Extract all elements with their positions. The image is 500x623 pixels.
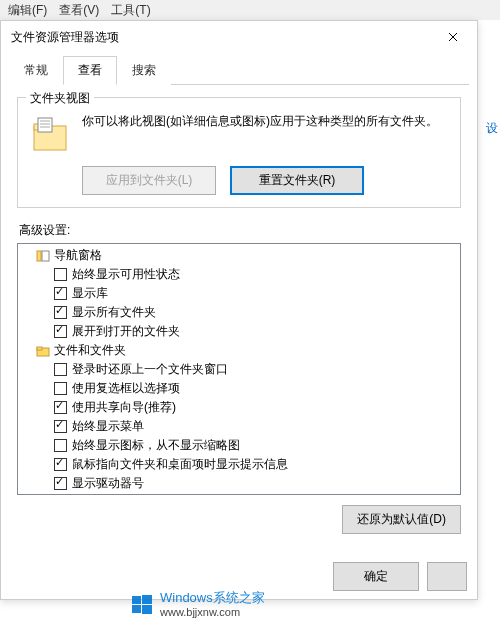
folder-options-dialog: 文件资源管理器选项 常规 查看 搜索 文件夹视图 你可以将此视图(如详细信息或图… (0, 20, 478, 600)
tree-checkbox[interactable] (54, 382, 67, 395)
watermark-url: www.bjjxnw.com (160, 606, 265, 619)
tree-checkbox[interactable] (54, 401, 67, 414)
advanced-settings-tree[interactable]: 导航窗格 始终显示可用性状态显示库显示所有文件夹展开到打开的文件夹 文件和文件夹… (17, 243, 461, 495)
tree-checkbox-item[interactable]: 始终显示图标，从不显示缩略图 (18, 436, 460, 455)
tree-checkbox-item[interactable]: 显示同步提供程序通知 (18, 493, 460, 495)
tree-checkbox[interactable] (54, 420, 67, 433)
advanced-settings-label: 高级设置: (19, 222, 461, 239)
menu-tools[interactable]: 工具(T) (111, 2, 150, 18)
tree-item-label: 鼠标指向文件夹和桌面项时显示提示信息 (72, 456, 288, 473)
tree-item-label: 展开到打开的文件夹 (72, 323, 180, 340)
svg-rect-2 (38, 118, 52, 132)
tree-checkbox[interactable] (54, 287, 67, 300)
tree-item-label: 显示驱动器号 (72, 475, 144, 492)
folder-small-icon (36, 344, 50, 358)
tree-group-navpane: 导航窗格 (18, 246, 460, 265)
svg-rect-6 (37, 251, 41, 261)
dialog-title: 文件资源管理器选项 (11, 29, 119, 46)
titlebar: 文件资源管理器选项 (1, 21, 477, 53)
tree-checkbox-item[interactable]: 使用共享向导(推荐) (18, 398, 460, 417)
menubar: 编辑(F) 查看(V) 工具(T) (0, 0, 500, 20)
tree-checkbox-item[interactable]: 鼠标指向文件夹和桌面项时显示提示信息 (18, 455, 460, 474)
svg-rect-7 (42, 251, 49, 261)
svg-rect-12 (132, 605, 141, 613)
tree-checkbox-item[interactable]: 展开到打开的文件夹 (18, 322, 460, 341)
tree-checkbox[interactable] (54, 268, 67, 281)
menu-edit[interactable]: 编辑(F) (8, 2, 47, 18)
tree-checkbox[interactable] (54, 458, 67, 471)
apply-to-folders-button[interactable]: 应用到文件夹(L) (82, 166, 216, 195)
windows-logo-icon (130, 593, 154, 617)
close-button[interactable] (433, 23, 473, 51)
svg-rect-11 (142, 595, 152, 604)
tree-checkbox-item[interactable]: 始终显示可用性状态 (18, 265, 460, 284)
tree-item-label: 显示库 (72, 285, 108, 302)
navpane-icon (36, 249, 50, 263)
tree-checkbox-item[interactable]: 显示库 (18, 284, 460, 303)
tree-group-files: 文件和文件夹 (18, 341, 460, 360)
tree-item-label: 显示同步提供程序通知 (72, 494, 192, 495)
tree-item-label: 使用共享向导(推荐) (72, 399, 176, 416)
tab-general[interactable]: 常规 (9, 56, 63, 85)
tree-checkbox-item[interactable]: 始终显示菜单 (18, 417, 460, 436)
tree-item-label: 使用复选框以选择项 (72, 380, 180, 397)
dialog-buttons: 确定 (333, 562, 467, 591)
side-hint-text: 设 (486, 120, 498, 137)
tree-checkbox-item[interactable]: 登录时还原上一个文件夹窗口 (18, 360, 460, 379)
tree-item-label: 始终显示图标，从不显示缩略图 (72, 437, 240, 454)
tree-checkbox[interactable] (54, 439, 67, 452)
reset-folders-button[interactable]: 重置文件夹(R) (230, 166, 364, 195)
tree-checkbox[interactable] (54, 325, 67, 338)
tree-checkbox-item[interactable]: 显示驱动器号 (18, 474, 460, 493)
watermark-title: Windows系统之家 (160, 590, 265, 606)
groupbox-title: 文件夹视图 (26, 90, 94, 107)
ok-button[interactable]: 确定 (333, 562, 419, 591)
cancel-button[interactable] (427, 562, 467, 591)
tree-checkbox[interactable] (54, 363, 67, 376)
folder-icon (30, 114, 70, 154)
tree-checkbox[interactable] (54, 477, 67, 490)
groupbox-description: 你可以将此视图(如详细信息或图标)应用于这种类型的所有文件夹。 (82, 112, 448, 154)
tree-item-label: 显示所有文件夹 (72, 304, 156, 321)
watermark: Windows系统之家 www.bjjxnw.com (130, 590, 265, 619)
tab-search[interactable]: 搜索 (117, 56, 171, 85)
svg-rect-9 (37, 347, 42, 350)
restore-defaults-button[interactable]: 还原为默认值(D) (342, 505, 461, 534)
tab-content-view: 文件夹视图 你可以将此视图(如详细信息或图标)应用于这种类型的所有文件夹。 应用… (9, 84, 469, 542)
close-icon (448, 32, 458, 42)
tree-checkbox-item[interactable]: 使用复选框以选择项 (18, 379, 460, 398)
tree-checkbox-item[interactable]: 显示所有文件夹 (18, 303, 460, 322)
folder-views-groupbox: 文件夹视图 你可以将此视图(如详细信息或图标)应用于这种类型的所有文件夹。 应用… (17, 97, 461, 208)
menu-view[interactable]: 查看(V) (59, 2, 99, 18)
tree-checkbox[interactable] (54, 306, 67, 319)
tab-strip: 常规 查看 搜索 (1, 55, 477, 84)
svg-rect-13 (142, 605, 152, 614)
tree-item-label: 始终显示菜单 (72, 418, 144, 435)
tab-view[interactable]: 查看 (63, 56, 117, 85)
svg-rect-10 (132, 596, 141, 604)
tree-item-label: 始终显示可用性状态 (72, 266, 180, 283)
tree-item-label: 登录时还原上一个文件夹窗口 (72, 361, 228, 378)
